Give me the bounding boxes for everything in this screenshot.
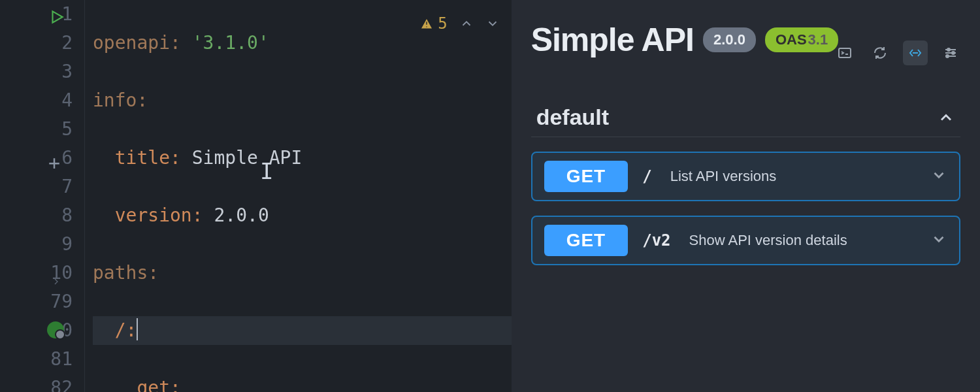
oas-badge: OAS3.1 [765,27,838,52]
yaml-value: '3.1.0' [192,32,269,54]
yaml-key: openapi [93,32,170,54]
tag-name: default [536,105,609,130]
text-caret [137,318,138,340]
panel-toolbar [832,41,963,65]
yaml-key: version [115,204,192,226]
http-method-badge: GET [544,225,629,256]
refresh-icon[interactable] [868,41,892,65]
line-number: 2 [46,29,73,57]
warning-badge[interactable]: 5 [419,9,447,38]
prev-problem-icon[interactable] [459,16,474,31]
version-badge: 2.0.0 [703,27,756,52]
chevron-up-icon [937,108,955,127]
settings-sliders-icon[interactable] [938,41,963,65]
yaml-key: paths [93,262,148,284]
http-method-badge: GET [544,161,629,192]
line-number: 81 [46,345,73,374]
expand-operation-icon[interactable] [930,167,947,186]
expand-operation-icon[interactable] [930,231,947,250]
next-problem-icon[interactable] [485,16,500,31]
line-number: 3 [46,57,73,86]
yaml-key: get [137,377,170,392]
operation-summary: List API versions [670,168,777,185]
code-area[interactable]: openapi: '3.1.0' info: title: Simple API… [85,0,512,392]
svg-rect-0 [839,48,851,57]
terminal-icon[interactable] [832,41,857,65]
yaml-value: Simple API [192,147,302,169]
line-number: 5 [46,115,73,144]
api-preview-panel: Simple API 2.0.0 OAS3.1 default [512,0,980,392]
sync-scroll-icon[interactable] [903,41,928,65]
operation-path: /v2 [642,231,670,250]
editor-gutter: 1 2 3 4 5 6 + 7 8 9 10 79 80 [0,0,85,392]
operation-row[interactable]: GET / List API versions [531,152,960,201]
operation-summary: Show API version details [689,232,847,249]
line-number: 82 [46,374,73,392]
line-number: 9 [46,230,73,259]
line-number: 7 [46,172,73,201]
warning-count: 5 [438,9,447,38]
yaml-value: 2.0.0 [214,204,269,226]
gutter-marker-icon[interactable] [47,321,64,338]
tag-section-header[interactable]: default [531,105,960,137]
operation-row[interactable]: GET /v2 Show API version details [531,216,960,265]
yaml-key: / [115,319,126,341]
line-number: 79 [46,287,73,316]
yaml-key: title [115,147,170,169]
line-number: 4 [46,86,73,115]
code-editor[interactable]: 1 2 3 4 5 6 + 7 8 9 10 79 80 [0,0,512,392]
problems-widget[interactable]: 5 [419,9,499,38]
yaml-key: info [93,90,137,111]
operation-path: / [642,167,651,186]
line-number: 8 [46,201,73,230]
api-title: Simple API [531,21,694,59]
